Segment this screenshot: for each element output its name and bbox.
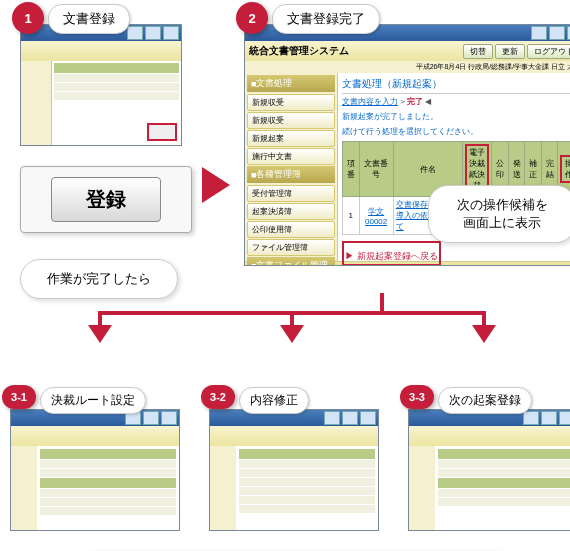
arrow-down-icon — [88, 325, 112, 343]
step-3-2-badge: 3-2 — [201, 385, 235, 409]
sidebar-header-docs[interactable]: ■ 文書処理 — [247, 75, 335, 92]
sidebar-header-file[interactable]: ■ 文書ファイル管理 — [247, 257, 335, 266]
step-2-badge: 2 — [236, 2, 268, 34]
callout-next-ops: 次の操作候補を 画面上に表示 — [428, 185, 570, 243]
sidebar-item[interactable]: 起案決済簿 — [247, 203, 335, 220]
screenshot-3-3 — [408, 409, 570, 531]
content-title: 文書処理（新規起案） — [342, 77, 570, 94]
logout-button[interactable]: ログアウト — [527, 44, 570, 59]
step-3-3-badge: 3-3 — [400, 385, 434, 409]
complete-msg2: 続けて行う処理を選択してください。 — [342, 126, 570, 137]
arrow-down-icon — [280, 325, 304, 343]
step-3-1-badge: 3-1 — [2, 385, 36, 409]
screenshot-3-1 — [10, 409, 180, 531]
screenshot-3-2 — [209, 409, 379, 531]
sidebar-item[interactable]: 新規収受 — [247, 94, 335, 111]
step-2-title: 文書登録完了 — [272, 4, 380, 34]
app-title: 統合文書管理システム — [249, 44, 349, 58]
arrow-down-icon — [472, 325, 496, 343]
sidebar-item[interactable]: 新規起案 — [247, 130, 335, 147]
step-1-title: 文書登録 — [48, 4, 130, 34]
back-to-register-link[interactable]: ▶ 新規起案登録へ戻る — [345, 250, 438, 263]
step-3-3-title: 次の起案登録 — [438, 387, 532, 414]
sidebar-item[interactable]: 公印使用簿 — [247, 221, 335, 238]
sidebar-item[interactable]: 新規収受 — [247, 112, 335, 129]
sidebar-header-ledger[interactable]: ■ 各種管理簿 — [247, 166, 335, 183]
sidebar-item[interactable]: 受付管理簿 — [247, 185, 335, 202]
breadcrumb: 文書内容を入力 > 完了 ◀ — [342, 96, 570, 107]
register-button-frame: 登録 — [20, 166, 192, 233]
sidebar: ■ 文書処理 新規収受 新規収受 新規起案 施行中文書 ■ 各種管理簿 受付管理… — [245, 73, 338, 261]
switch-button[interactable]: 切替 — [463, 44, 493, 59]
arrow-right-icon — [202, 167, 230, 203]
step-3-1-title: 決裁ルート設定 — [40, 387, 146, 414]
sidebar-item[interactable]: ファイル管理簿 — [247, 239, 335, 256]
screenshot-1 — [20, 24, 182, 146]
sidebar-item[interactable]: 施行中文書 — [247, 148, 335, 165]
refresh-button[interactable]: 更新 — [495, 44, 525, 59]
step-1-badge: 1 — [12, 2, 44, 34]
step-3-2-title: 内容修正 — [239, 387, 309, 414]
complete-msg1: 新規起案が完了しました。 — [342, 111, 570, 122]
doc-number-link[interactable]: 学文00002 — [359, 197, 393, 235]
register-button[interactable]: 登録 — [51, 177, 161, 222]
highlight-col-action: 操作 — [560, 155, 570, 183]
date-user-info: 平成26年8月4日 行政局/総務課/学事大金課 日立 太郎 — [245, 61, 570, 73]
